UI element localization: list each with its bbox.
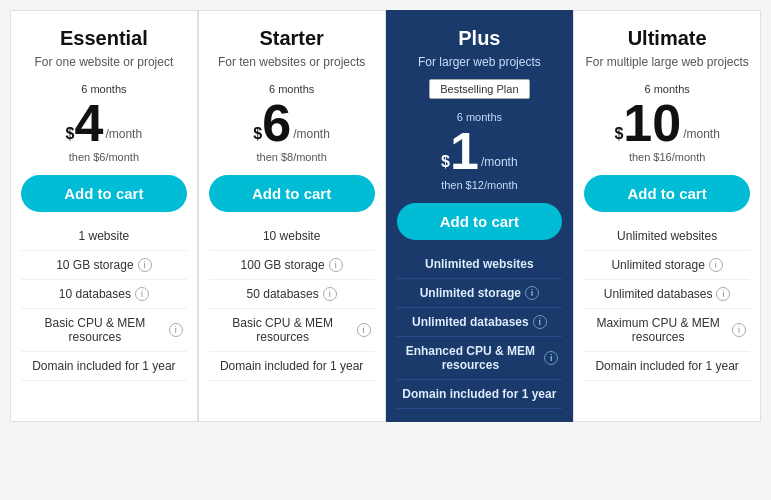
info-icon-starter-1[interactable]: i — [329, 258, 343, 272]
info-icon-ultimate-2[interactable]: i — [716, 287, 730, 301]
add-to-cart-plus[interactable]: Add to cart — [397, 203, 563, 240]
price-amount-starter: 6 — [262, 97, 291, 149]
feature-essential-4: Domain included for 1 year — [21, 352, 187, 381]
info-icon-ultimate-3[interactable]: i — [732, 323, 746, 337]
feature-text-essential-2: 10 databases — [59, 287, 131, 301]
feature-text-ultimate-1: Unlimited storage — [611, 258, 704, 272]
price-amount-essential: 4 — [75, 97, 104, 149]
feature-starter-2: 50 databasesi — [209, 280, 375, 309]
info-icon-plus-3[interactable]: i — [544, 351, 558, 365]
info-icon-plus-1[interactable]: i — [525, 286, 539, 300]
plan-card-starter: StarterFor ten websites or projects6 mon… — [198, 10, 386, 422]
info-icon-essential-3[interactable]: i — [169, 323, 183, 337]
feature-text-starter-4: Domain included for 1 year — [220, 359, 363, 373]
feature-text-essential-3: Basic CPU & MEM resources — [25, 316, 165, 344]
billing-period-essential: 6 months — [81, 83, 126, 95]
plan-card-essential: EssentialFor one website or project6 mon… — [10, 10, 198, 422]
feature-ultimate-3: Maximum CPU & MEM resourcesi — [584, 309, 750, 352]
feature-text-starter-3: Basic CPU & MEM resources — [213, 316, 353, 344]
feature-ultimate-1: Unlimited storagei — [584, 251, 750, 280]
plan-card-ultimate: UltimateFor multiple large web projects6… — [573, 10, 761, 422]
plan-name-ultimate: Ultimate — [628, 27, 707, 50]
price-month-essential: /month — [105, 127, 142, 141]
feature-starter-0: 10 website — [209, 222, 375, 251]
feature-plus-3: Enhanced CPU & MEM resourcesi — [397, 337, 563, 380]
feature-text-starter-1: 100 GB storage — [241, 258, 325, 272]
feature-plus-0: Unlimited websites — [397, 250, 563, 279]
price-row-ultimate: $10/month — [614, 97, 719, 149]
feature-essential-2: 10 databasesi — [21, 280, 187, 309]
billing-period-starter: 6 months — [269, 83, 314, 95]
feature-ultimate-4: Domain included for 1 year — [584, 352, 750, 381]
bestselling-badge: Bestselling Plan — [429, 79, 529, 99]
feature-plus-4: Domain included for 1 year — [397, 380, 563, 409]
price-then-ultimate: then $16/month — [629, 151, 705, 163]
price-dollar-starter: $ — [253, 125, 262, 143]
plan-name-essential: Essential — [60, 27, 148, 50]
price-amount-ultimate: 10 — [623, 97, 681, 149]
feature-text-starter-2: 50 databases — [247, 287, 319, 301]
feature-plus-1: Unlimited storagei — [397, 279, 563, 308]
add-to-cart-essential[interactable]: Add to cart — [21, 175, 187, 212]
plan-desc-ultimate: For multiple large web projects — [585, 54, 748, 71]
add-to-cart-starter[interactable]: Add to cart — [209, 175, 375, 212]
info-icon-plus-2[interactable]: i — [533, 315, 547, 329]
price-then-essential: then $6/month — [69, 151, 139, 163]
price-amount-plus: 1 — [450, 125, 479, 177]
feature-text-plus-2: Unlimited databases — [412, 315, 529, 329]
feature-text-ultimate-3: Maximum CPU & MEM resources — [588, 316, 728, 344]
feature-essential-0: 1 website — [21, 222, 187, 251]
feature-text-plus-1: Unlimited storage — [420, 286, 521, 300]
price-row-starter: $6/month — [253, 97, 330, 149]
price-then-plus: then $12/month — [441, 179, 517, 191]
plan-desc-essential: For one website or project — [35, 54, 174, 71]
feature-text-essential-4: Domain included for 1 year — [32, 359, 175, 373]
plan-name-plus: Plus — [458, 27, 500, 50]
price-month-starter: /month — [293, 127, 330, 141]
feature-text-starter-0: 10 website — [263, 229, 320, 243]
feature-text-essential-0: 1 website — [79, 229, 130, 243]
plans-container: EssentialFor one website or project6 mon… — [10, 10, 761, 422]
feature-text-ultimate-2: Unlimited databases — [604, 287, 713, 301]
add-to-cart-ultimate[interactable]: Add to cart — [584, 175, 750, 212]
price-then-starter: then $8/month — [256, 151, 326, 163]
billing-period-plus: 6 months — [457, 111, 502, 123]
feature-text-ultimate-0: Unlimited websites — [617, 229, 717, 243]
feature-starter-4: Domain included for 1 year — [209, 352, 375, 381]
feature-essential-3: Basic CPU & MEM resourcesi — [21, 309, 187, 352]
feature-starter-1: 100 GB storagei — [209, 251, 375, 280]
info-icon-essential-2[interactable]: i — [135, 287, 149, 301]
plan-card-plus: PlusFor larger web projectsBestselling P… — [386, 10, 574, 422]
feature-text-essential-1: 10 GB storage — [56, 258, 133, 272]
info-icon-starter-2[interactable]: i — [323, 287, 337, 301]
price-dollar-ultimate: $ — [614, 125, 623, 143]
feature-text-plus-4: Domain included for 1 year — [402, 387, 556, 401]
price-dollar-plus: $ — [441, 153, 450, 171]
feature-text-plus-0: Unlimited websites — [425, 257, 534, 271]
feature-starter-3: Basic CPU & MEM resourcesi — [209, 309, 375, 352]
plan-desc-starter: For ten websites or projects — [218, 54, 365, 71]
info-icon-essential-1[interactable]: i — [138, 258, 152, 272]
feature-essential-1: 10 GB storagei — [21, 251, 187, 280]
info-icon-ultimate-1[interactable]: i — [709, 258, 723, 272]
billing-period-ultimate: 6 months — [645, 83, 690, 95]
feature-plus-2: Unlimited databasesi — [397, 308, 563, 337]
feature-text-plus-3: Enhanced CPU & MEM resources — [401, 344, 541, 372]
plan-desc-plus: For larger web projects — [418, 54, 541, 71]
info-icon-starter-3[interactable]: i — [357, 323, 371, 337]
plan-name-starter: Starter — [259, 27, 323, 50]
price-month-plus: /month — [481, 155, 518, 169]
price-row-essential: $4/month — [66, 97, 143, 149]
price-row-plus: $1/month — [441, 125, 518, 177]
price-month-ultimate: /month — [683, 127, 720, 141]
feature-ultimate-2: Unlimited databasesi — [584, 280, 750, 309]
feature-ultimate-0: Unlimited websites — [584, 222, 750, 251]
price-dollar-essential: $ — [66, 125, 75, 143]
feature-text-ultimate-4: Domain included for 1 year — [595, 359, 738, 373]
